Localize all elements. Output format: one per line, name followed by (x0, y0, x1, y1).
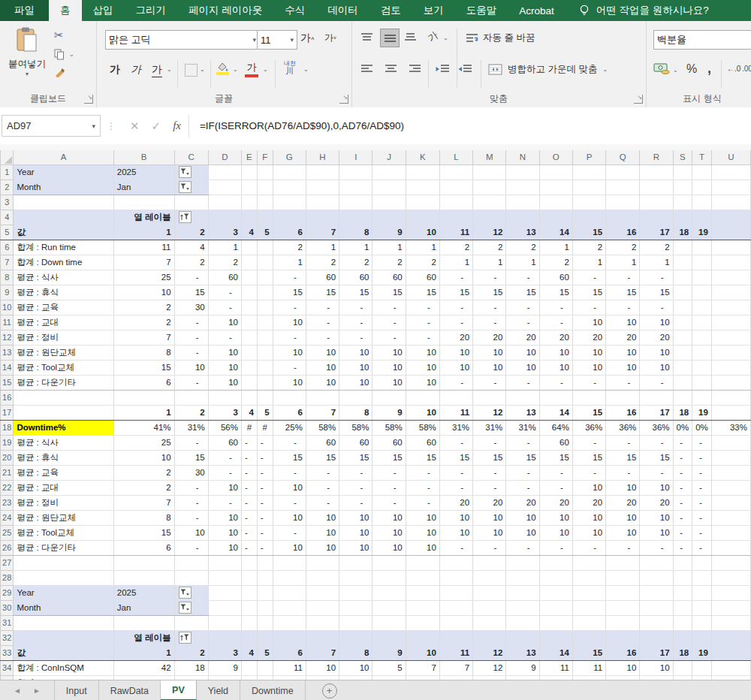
cell-N11[interactable]: - (506, 315, 539, 330)
cell-O19[interactable]: 60 (539, 435, 572, 450)
cell-A20[interactable]: 평균 : 휴식 (14, 450, 113, 465)
cell-E1[interactable] (241, 164, 257, 180)
underline-dropdown-arrow[interactable]: ⌄ (167, 66, 172, 73)
cell-O22[interactable]: - (539, 480, 572, 495)
cell-L9[interactable]: 15 (439, 285, 472, 300)
cell-L10[interactable]: - (439, 300, 472, 315)
cell-Q20[interactable]: 15 (606, 450, 640, 465)
alignment-dialog-launcher[interactable]: ↘ (634, 95, 643, 104)
cell-S9[interactable] (673, 285, 692, 300)
cell-I30[interactable] (339, 600, 372, 615)
cell-D23[interactable]: - (208, 495, 241, 510)
cell-F32[interactable] (257, 630, 273, 645)
cell-A12[interactable]: 평균 : 정비 (14, 330, 113, 345)
cell-E5[interactable]: 4 (241, 225, 257, 240)
cell-O12[interactable]: 20 (539, 330, 572, 345)
cell-O13[interactable]: 10 (539, 345, 572, 360)
cell-U25[interactable] (711, 525, 750, 540)
cell-H4[interactable] (306, 210, 339, 225)
cell-M10[interactable]: - (473, 300, 506, 315)
cell-P5[interactable]: 15 (572, 225, 605, 240)
cell-Q21[interactable]: - (606, 465, 640, 480)
cell-U34[interactable] (711, 660, 750, 675)
cell-G19[interactable]: - (273, 435, 306, 450)
cell-R27[interactable] (640, 555, 673, 570)
new-sheet-button[interactable]: + (322, 683, 337, 698)
cell-F10[interactable] (257, 300, 273, 315)
cell-C1[interactable] (174, 164, 208, 180)
cell-H11[interactable]: - (306, 315, 339, 330)
cell-A3[interactable] (14, 195, 113, 210)
cell-T8[interactable] (692, 270, 712, 285)
cell-U24[interactable] (711, 510, 750, 525)
cell-Q34[interactable]: 10 (606, 660, 640, 675)
cell-I34[interactable]: 10 (339, 660, 372, 675)
cell-I20[interactable]: 15 (339, 450, 372, 465)
cell-J20[interactable]: 15 (372, 450, 406, 465)
cell-D34[interactable]: 9 (208, 660, 241, 675)
cell-E23[interactable]: - (241, 495, 257, 510)
cell-K15[interactable]: 10 (406, 375, 439, 390)
cell-C31[interactable] (174, 615, 208, 630)
cell-A6[interactable]: 합계 : Run time (14, 240, 113, 255)
cell-H26[interactable]: 10 (306, 540, 339, 555)
cell-N27[interactable] (506, 555, 539, 570)
cell-D1[interactable] (208, 164, 241, 180)
row-header-6[interactable]: 6 (1, 240, 14, 255)
cell-M32[interactable] (473, 630, 506, 645)
cell-Q24[interactable]: 10 (606, 510, 640, 525)
cell-D2[interactable] (208, 180, 241, 195)
cell-E26[interactable]: - (241, 540, 257, 555)
formula-input[interactable]: =IF(ISERROR(AD76/AD$90),0,AD76/AD$90) (200, 120, 404, 131)
cell-C22[interactable]: - (174, 480, 208, 495)
cell-R15[interactable]: - (640, 375, 673, 390)
cell-E12[interactable] (241, 330, 257, 345)
cell-O24[interactable]: 10 (539, 510, 572, 525)
cell-G3[interactable] (273, 195, 306, 210)
cell-E33[interactable]: 4 (241, 645, 257, 660)
merge-dropdown-arrow[interactable]: ⌄ (602, 66, 608, 73)
cell-M7[interactable]: 1 (473, 255, 506, 270)
cell-U31[interactable] (711, 615, 750, 630)
cell-S5[interactable]: 18 (673, 225, 692, 240)
cell-Q31[interactable] (606, 615, 640, 630)
cell-J1[interactable] (372, 164, 406, 180)
cell-D21[interactable]: - (208, 465, 241, 480)
cell-H16[interactable] (306, 390, 339, 405)
cell-N17[interactable]: 13 (506, 405, 539, 420)
cell-K27[interactable] (406, 555, 439, 570)
cell-O1[interactable] (539, 164, 572, 180)
cell-N24[interactable]: 10 (506, 510, 539, 525)
cell-H12[interactable]: - (306, 330, 339, 345)
cell-H31[interactable] (306, 615, 339, 630)
cell-O18[interactable]: 64% (539, 420, 572, 435)
cell-T28[interactable] (692, 570, 712, 585)
cell-K4[interactable] (406, 210, 439, 225)
cell-L13[interactable]: 10 (439, 345, 472, 360)
cell-P4[interactable] (572, 210, 605, 225)
row-header-30[interactable]: 30 (1, 600, 14, 615)
cell-S19[interactable]: - (673, 435, 692, 450)
cell-J14[interactable]: 10 (372, 360, 406, 375)
cell-G18[interactable]: 25% (273, 420, 306, 435)
cell-T16[interactable] (692, 390, 712, 405)
cell-C2[interactable] (174, 180, 208, 195)
cell-J3[interactable] (372, 195, 406, 210)
cell-C25[interactable]: 10 (174, 525, 208, 540)
row-header-8[interactable]: 8 (1, 270, 14, 285)
select-all-corner[interactable] (1, 150, 14, 164)
cell-M15[interactable]: - (473, 375, 506, 390)
row-header-32[interactable]: 32 (1, 630, 14, 645)
cell-L19[interactable]: - (439, 435, 472, 450)
fill-color-button[interactable] (216, 62, 229, 75)
cell-H34[interactable]: 10 (306, 660, 339, 675)
cell-Q28[interactable] (606, 570, 640, 585)
cell-E34[interactable] (241, 660, 257, 675)
cell-R17[interactable]: 17 (640, 405, 673, 420)
name-box-dropdown-arrow[interactable]: ▾ (92, 122, 95, 130)
cell-D22[interactable]: 10 (208, 480, 241, 495)
cell-J15[interactable]: 10 (372, 375, 406, 390)
cell-Q15[interactable]: - (606, 375, 640, 390)
cell-U3[interactable] (711, 195, 750, 210)
cell-H17[interactable]: 7 (306, 405, 339, 420)
